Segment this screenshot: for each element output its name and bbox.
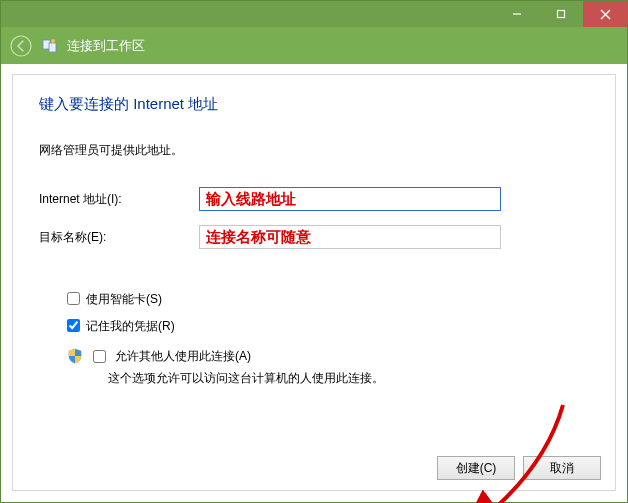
internet-address-input[interactable]: [199, 187, 501, 211]
titlebar: [1, 1, 627, 27]
remember-row: 记住我的凭据(R): [67, 318, 589, 335]
allow-others-description: 这个选项允许可以访问这台计算机的人使用此连接。: [108, 370, 384, 387]
options-group: 使用智能卡(S) 记住我的凭据(R): [67, 291, 589, 387]
back-arrow-icon: [10, 35, 32, 57]
allow-others-label: 允许其他人使用此连接(A): [115, 348, 251, 365]
back-button[interactable]: [9, 34, 33, 58]
destination-name-row: 目标名称(E):: [39, 225, 589, 249]
remember-checkbox[interactable]: [67, 319, 80, 332]
remember-label: 记住我的凭据(R): [86, 318, 175, 335]
destination-name-label: 目标名称(E):: [39, 229, 199, 246]
page-title: 键入要连接的 Internet 地址: [39, 95, 589, 114]
close-icon: [600, 9, 611, 20]
minimize-button[interactable]: [495, 1, 539, 27]
svg-point-4: [11, 36, 31, 56]
header-bar: 连接到工作区: [1, 27, 627, 64]
svg-rect-1: [558, 11, 565, 18]
minimize-icon: [512, 9, 522, 19]
maximize-button[interactable]: [539, 1, 583, 27]
internet-address-label: Internet 地址(I):: [39, 191, 199, 208]
page-description: 网络管理员可提供此地址。: [39, 142, 589, 159]
cancel-button[interactable]: 取消: [523, 456, 601, 480]
svg-point-7: [51, 39, 55, 43]
allow-others-checkbox[interactable]: [93, 350, 106, 363]
smartcard-label: 使用智能卡(S): [86, 291, 162, 308]
internet-address-row: Internet 地址(I):: [39, 187, 589, 211]
close-button[interactable]: [583, 1, 627, 27]
smartcard-row: 使用智能卡(S): [67, 291, 589, 308]
smartcard-checkbox[interactable]: [67, 292, 80, 305]
allow-others-row: 允许其他人使用此连接(A) 这个选项允许可以访问这台计算机的人使用此连接。: [67, 347, 589, 387]
shield-icon: [67, 348, 83, 364]
content-panel: 键入要连接的 Internet 地址 网络管理员可提供此地址。 Internet…: [12, 74, 616, 491]
dialog-window: 连接到工作区 键入要连接的 Internet 地址 网络管理员可提供此地址。 I…: [0, 0, 628, 503]
connection-icon: [41, 37, 59, 55]
header-title: 连接到工作区: [67, 37, 145, 55]
allow-others-content: 允许其他人使用此连接(A) 这个选项允许可以访问这台计算机的人使用此连接。: [89, 347, 384, 387]
create-button[interactable]: 创建(C): [437, 456, 515, 480]
maximize-icon: [556, 9, 566, 19]
content-area: 键入要连接的 Internet 地址 网络管理员可提供此地址。 Internet…: [2, 64, 626, 501]
annotation-arrow: [413, 395, 593, 503]
button-bar: 创建(C) 取消: [437, 456, 601, 480]
svg-rect-6: [49, 43, 56, 52]
destination-name-input[interactable]: [199, 225, 501, 249]
